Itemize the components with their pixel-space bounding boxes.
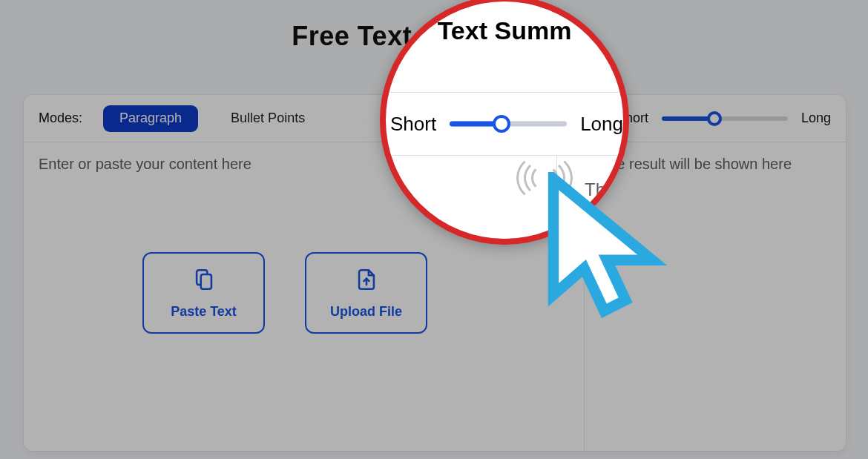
zoom-long-label: Long (580, 113, 623, 136)
summary-length-slider[interactable] (662, 111, 788, 126)
zoom-pane-divider (556, 156, 557, 245)
result-placeholder: The result will be shown here (599, 156, 831, 173)
paste-text-button[interactable]: Paste Text (142, 252, 265, 334)
zoom-slider-thumb[interactable] (493, 115, 510, 133)
slider-long-label: Long (801, 110, 831, 126)
paste-icon (191, 267, 217, 295)
zoom-short-label: Short (390, 113, 436, 136)
zoom-toolbar-fragment: Short Long (386, 92, 623, 156)
upload-icon (354, 267, 379, 295)
zoom-callout: Text Summ Short Long Th (380, 0, 629, 245)
upload-file-button[interactable]: Upload File (305, 252, 427, 334)
zoom-summary-length-slider[interactable] (450, 115, 567, 133)
svg-rect-1 (200, 274, 211, 288)
zoom-title-fragment: Text Summ (438, 16, 572, 45)
tab-bullet-points[interactable]: Bullet Points (214, 105, 321, 132)
upload-file-label: Upload File (330, 304, 402, 320)
zoom-result-fragment: Th (585, 179, 605, 200)
click-ripple-icon (518, 157, 571, 199)
tab-paragraph[interactable]: Paragraph (103, 105, 198, 132)
slider-thumb[interactable] (707, 111, 722, 126)
paste-text-label: Paste Text (171, 304, 237, 320)
modes-label: Modes: (39, 110, 82, 126)
result-pane: The result will be shown here (584, 142, 846, 451)
